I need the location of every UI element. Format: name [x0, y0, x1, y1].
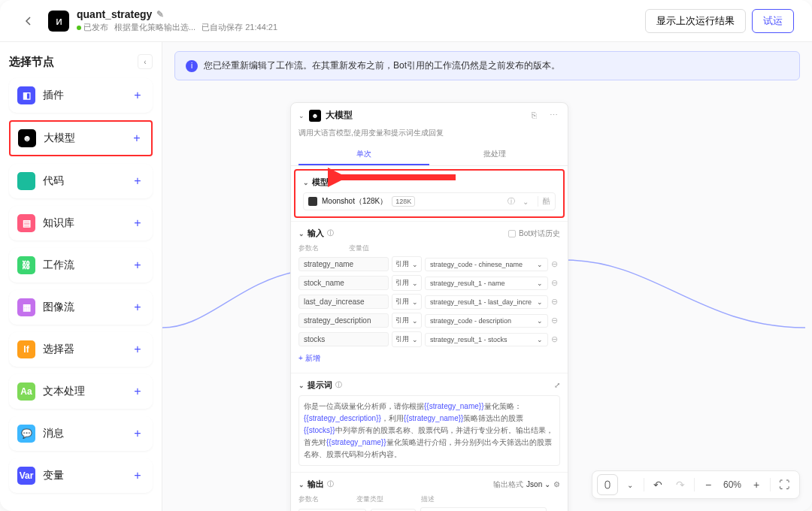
input-source-select[interactable]: strategy_code - chinese_name⌄	[425, 258, 548, 271]
sidebar-item-4[interactable]: ⛓工作流+	[9, 248, 153, 283]
input-name-field[interactable]: strategy_name	[298, 257, 389, 271]
llm-node-panel[interactable]: ⌄ ☻ 大模型 ⎘ ⋯ 调用大语言模型,使用变量和提示词生成回复 单次 批处理 …	[290, 102, 568, 511]
add-node-button[interactable]: +	[131, 385, 144, 398]
add-node-button[interactable]: +	[131, 427, 144, 440]
add-node-button[interactable]: +	[131, 89, 144, 102]
workflow-title: quant_strategy	[77, 8, 152, 20]
add-node-button[interactable]: +	[130, 132, 144, 145]
more-icon[interactable]: ⋯	[550, 110, 560, 121]
input-source-select[interactable]: strategy_result_1 - name⌄	[425, 277, 548, 290]
sidebar-item-9[interactable]: Var变量+	[9, 458, 153, 493]
workflow-canvas[interactable]: i 您已经重新编辑了工作流。在其重新发布之前，Bot引用的工作流仍然是之前发布的…	[162, 42, 812, 511]
bot-history-checkbox[interactable]	[508, 230, 516, 237]
delete-input-icon[interactable]: ⊖	[551, 334, 560, 344]
add-node-button[interactable]: +	[131, 469, 144, 482]
input-name-field[interactable]: stocks	[298, 332, 389, 346]
delete-input-icon[interactable]: ⊖	[551, 316, 560, 325]
sidebar-item-3[interactable]: ▤知识库+	[9, 206, 153, 240]
input-ref-select[interactable]: 引用⌄	[392, 256, 422, 272]
input-ref-select[interactable]: 引用⌄	[392, 294, 422, 310]
input-row: last_day_increase引用⌄strategy_result_1 - …	[298, 294, 560, 310]
node-description: 调用大语言模型,使用变量和提示词生成回复	[291, 128, 568, 144]
add-node-button[interactable]: +	[131, 343, 144, 356]
input-name-field[interactable]: strategy_description	[298, 313, 389, 328]
input-row: strategy_description引用⌄strategy_code - d…	[298, 313, 560, 328]
output-section: ⌄输出ⓘ 输出格式 Json ⌄ ⚙ 参数名变量类型描述 output Stri…	[291, 472, 568, 511]
sidebar-item-6[interactable]: If选择器+	[9, 332, 153, 367]
republish-alert: i 您已经重新编辑了工作流。在其重新发布之前，Bot引用的工作流仍然是之前发布的…	[174, 51, 800, 80]
node-type-icon: ▤	[17, 214, 35, 232]
cursor-dropdown-icon[interactable]: ⌄	[620, 474, 641, 495]
node-type-icon: ⛓	[17, 256, 35, 274]
expand-prompt-icon[interactable]: ⤢	[554, 381, 560, 389]
undo-button[interactable]: ↶	[647, 474, 668, 495]
sidebar-item-8[interactable]: 💬消息+	[9, 416, 153, 451]
output-format-select[interactable]: Json ⌄	[526, 480, 550, 488]
prompt-textarea[interactable]: 你是一位高级量化分析师，请你根据{{strategy_name}}量化策略：{{…	[298, 395, 560, 466]
model-section: ⌄模型 Moonshot（128K） 128K ⓘ ⌄ 酷	[294, 169, 565, 218]
node-palette-sidebar: 选择节点 ‹ ◧插件+☻大模型+代码+▤知识库+⛓工作流+▦图像流+If选择器+…	[0, 42, 162, 511]
node-title: 大模型	[326, 109, 524, 122]
svg-rect-1	[605, 481, 610, 488]
input-name-field[interactable]: last_day_increase	[298, 295, 389, 309]
zoom-level: 60%	[720, 479, 744, 490]
add-node-button[interactable]: +	[131, 174, 144, 188]
sidebar-item-7[interactable]: Aa文本处理+	[9, 374, 153, 409]
node-type-icon: ▦	[17, 298, 35, 316]
output-name-field[interactable]: output	[298, 509, 366, 512]
zoom-out-button[interactable]: −	[698, 474, 719, 495]
workflow-desc: 根据量化策略输出选...	[114, 22, 195, 33]
collapse-sidebar-button[interactable]: ‹	[138, 54, 153, 69]
tab-single[interactable]: 单次	[298, 144, 429, 165]
prompt-section: ⌄提示词ⓘ ⤢ 你是一位高级量化分析师，请你根据{{strategy_name}…	[291, 373, 568, 472]
input-ref-select[interactable]: 引用⌄	[392, 313, 422, 328]
autosave-status: 已自动保存 21:44:21	[201, 22, 277, 33]
canvas-toolbar: ⌄ ↶ ↷ − 60% + ⛶	[592, 470, 800, 499]
input-row: stocks引用⌄strategy_result_1 - stocks⌄⊖	[298, 331, 560, 347]
publish-status-badge: 已发布	[77, 22, 108, 33]
node-type-icon: 💬	[17, 425, 35, 443]
input-source-select[interactable]: strategy_result_1 - stocks⌄	[425, 333, 548, 346]
output-type-select[interactable]: String⌄	[371, 509, 416, 512]
add-node-button[interactable]: +	[131, 301, 144, 314]
model-info-icon[interactable]: ⓘ	[508, 196, 518, 207]
edit-title-icon[interactable]: ✎	[156, 9, 164, 20]
delete-input-icon[interactable]: ⊖	[551, 278, 560, 288]
model-dropdown-icon[interactable]: ⌄	[523, 198, 533, 206]
node-type-icon: ◧	[17, 86, 35, 104]
output-settings-icon[interactable]: ⚙	[553, 480, 560, 488]
fit-view-button[interactable]: ⛶	[774, 474, 795, 495]
moonshot-icon	[308, 197, 317, 206]
add-input-button[interactable]: + 新增	[298, 350, 560, 367]
add-node-button[interactable]: +	[131, 259, 144, 272]
sidebar-item-5[interactable]: ▦图像流+	[9, 290, 153, 325]
model-selector[interactable]: Moonshot（128K） 128K ⓘ ⌄ 酷	[303, 192, 556, 210]
node-type-icon: Aa	[17, 382, 35, 401]
redo-button[interactable]: ↷	[670, 474, 691, 495]
input-ref-select[interactable]: 引用⌄	[392, 275, 422, 291]
input-ref-select[interactable]: 引用⌄	[392, 331, 422, 347]
output-desc-field[interactable]: 请描述变量的用途	[420, 507, 547, 511]
sidebar-item-2[interactable]: 代码+	[9, 164, 153, 198]
node-type-icon: If	[17, 340, 35, 358]
input-source-select[interactable]: strategy_code - description⌄	[425, 314, 548, 328]
input-row: strategy_name引用⌄strategy_code - chinese_…	[298, 256, 560, 272]
zoom-in-button[interactable]: +	[746, 474, 767, 495]
duplicate-icon[interactable]: ⎘	[532, 110, 542, 121]
llm-node-icon: ☻	[309, 110, 321, 122]
show-last-run-button[interactable]: 显示上次运行结果	[645, 9, 746, 33]
tab-batch[interactable]: 批处理	[429, 144, 560, 165]
input-source-select[interactable]: strategy_result_1 - last_day_incre⌄	[425, 295, 548, 309]
input-name-field[interactable]: stock_name	[298, 276, 389, 290]
sidebar-item-0[interactable]: ◧插件+	[9, 78, 153, 113]
collapse-node-icon[interactable]: ⌄	[298, 112, 304, 119]
back-button[interactable]	[18, 11, 39, 32]
sidebar-item-1[interactable]: ☻大模型+	[9, 120, 153, 156]
delete-input-icon[interactable]: ⊖	[551, 259, 560, 269]
try-run-button[interactable]: 试运	[752, 9, 794, 33]
add-node-button[interactable]: +	[131, 216, 144, 230]
node-type-icon: Var	[17, 467, 35, 485]
cursor-mode-button[interactable]	[597, 474, 618, 495]
delete-input-icon[interactable]: ⊖	[551, 297, 560, 307]
model-params-button[interactable]: 酷	[538, 196, 550, 207]
